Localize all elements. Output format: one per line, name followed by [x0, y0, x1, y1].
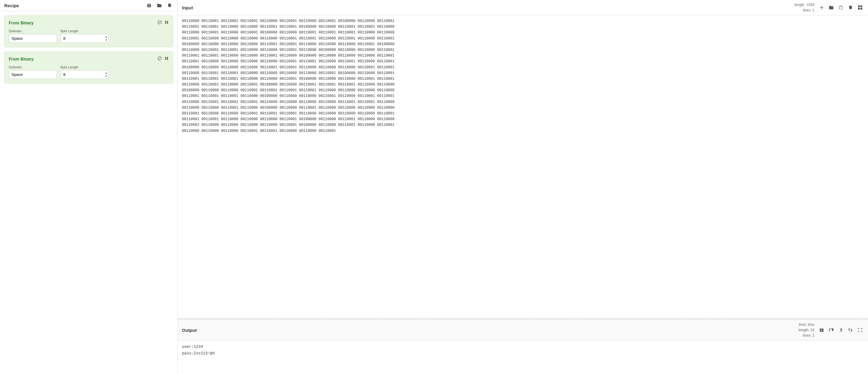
output-body[interactable]: user:1234 pass:Zxc123!@# — [178, 341, 868, 374]
output-header-right: time: 3ms length: 24 lines: 2 — [799, 322, 864, 338]
delimiter-group-2: Delimiter — [9, 65, 57, 79]
output-length-label: length: — [799, 328, 809, 332]
input-lines-value: 1 — [812, 8, 814, 12]
output-save-button[interactable] — [818, 327, 825, 333]
open-button[interactable] — [156, 2, 163, 8]
delete-button[interactable] — [166, 2, 173, 8]
input-icons — [818, 4, 864, 10]
save-button[interactable] — [146, 2, 153, 8]
upload-icon — [838, 328, 843, 333]
input-title: Input — [182, 5, 193, 10]
grid-icon — [858, 5, 863, 10]
delimiter-group-1: Delimiter — [9, 29, 57, 43]
undo-icon — [848, 328, 853, 333]
delimiter-input-2[interactable] — [9, 70, 57, 79]
spinner-btns-2: ▲ ▼ — [104, 71, 108, 78]
svg-rect-2 — [165, 21, 166, 24]
operation-title-1: From Binary — [9, 21, 33, 25]
output-expand-button[interactable] — [857, 327, 864, 333]
byte-length-down-1[interactable]: ▼ — [104, 38, 108, 42]
fields-row-1: Delimiter Byte Length ▲ ▼ — [9, 29, 169, 43]
disable-op1-button[interactable] — [157, 20, 162, 26]
fields-row-2: Delimiter Byte Length ▲ ▼ — [9, 65, 169, 79]
input-header: Input length: 1934 lines: 1 — [178, 0, 868, 15]
operation-header-1: From Binary — [9, 20, 169, 26]
byte-length-input-1[interactable] — [61, 34, 109, 43]
trash-icon — [167, 3, 172, 8]
byte-length-up-2[interactable]: ▲ — [104, 71, 108, 75]
save-icon — [147, 3, 152, 8]
input-open-button[interactable] — [828, 4, 835, 10]
input-paste-button[interactable] — [837, 4, 844, 10]
input-section: Input length: 1934 lines: 1 — [178, 0, 868, 318]
operation-card-2: From Binary — [4, 52, 173, 84]
byte-length-label-1: Byte Length — [61, 29, 109, 33]
byte-length-up-1[interactable]: ▲ — [104, 35, 108, 38]
svg-line-1 — [158, 21, 161, 24]
disable-icon-1 — [157, 20, 162, 25]
byte-length-group-2: Byte Length ▲ ▼ — [61, 65, 109, 79]
spinner-btns-1: ▲ ▼ — [104, 35, 108, 42]
output-content: user:1234 pass:Zxc123!@# — [182, 344, 864, 357]
output-upload-button[interactable] — [837, 327, 844, 333]
recipe-header-icons — [146, 2, 173, 8]
output-title: Output — [182, 328, 197, 333]
input-body[interactable]: 00110000 00110001 00110001 00110001 0011… — [178, 15, 868, 318]
byte-length-down-2[interactable]: ▼ — [104, 75, 108, 78]
pause-icon-1 — [164, 20, 169, 24]
delimiter-input-1[interactable] — [9, 34, 57, 43]
output-section: Output time: 3ms length: 24 lines: 2 — [178, 320, 868, 374]
output-lines-value: 2 — [812, 333, 814, 338]
output-undo-button[interactable] — [847, 327, 854, 333]
input-folder-icon — [829, 5, 834, 10]
byte-length-label-2: Byte Length — [61, 65, 109, 69]
pause-op2-button[interactable] — [164, 56, 169, 62]
recipe-header: Recipe — [0, 0, 177, 11]
operation-card-1: From Binary — [4, 15, 173, 47]
output-time-value: 3ms — [807, 322, 814, 327]
delimiter-label-2: Delimiter — [9, 65, 57, 69]
svg-line-5 — [158, 57, 161, 60]
input-add-button[interactable] — [818, 4, 825, 10]
folder-icon — [157, 3, 162, 8]
operation-controls-1 — [157, 20, 169, 26]
svg-rect-3 — [167, 21, 168, 24]
output-meta: time: 3ms length: 24 lines: 2 — [799, 322, 814, 338]
input-delete-button[interactable] — [847, 4, 854, 10]
byte-length-wrapper-1: ▲ ▼ — [61, 34, 109, 43]
paste-icon — [838, 5, 843, 10]
input-length-value: 1934 — [806, 3, 814, 7]
pause-op1-button[interactable] — [164, 20, 169, 26]
disable-op2-button[interactable] — [157, 56, 162, 62]
output-icons — [818, 327, 864, 333]
output-length-value: 24 — [810, 328, 814, 332]
input-grid-button[interactable] — [857, 4, 864, 10]
copy-icon — [829, 328, 834, 333]
operation-title-2: From Binary — [9, 57, 33, 61]
byte-length-group-1: Byte Length ▲ ▼ — [61, 29, 109, 43]
output-save-icon — [819, 328, 824, 333]
svg-rect-7 — [167, 57, 168, 60]
byte-length-wrapper-2: ▲ ▼ — [61, 70, 109, 79]
delimiter-label-1: Delimiter — [9, 29, 57, 33]
output-copy-button[interactable] — [828, 327, 835, 333]
byte-length-input-2[interactable] — [61, 70, 109, 79]
input-length-label: length: — [795, 3, 805, 7]
disable-icon-2 — [157, 56, 162, 61]
input-header-right: length: 1934 lines: 1 — [795, 2, 864, 13]
expand-icon — [858, 328, 863, 333]
output-header: Output time: 3ms length: 24 lines: 2 — [178, 320, 868, 341]
input-meta: length: 1934 lines: 1 — [795, 2, 814, 13]
input-lines-label: lines: — [803, 8, 811, 12]
operation-header-2: From Binary — [9, 56, 169, 62]
plus-icon — [819, 5, 824, 10]
svg-rect-6 — [165, 57, 166, 60]
recipe-title: Recipe — [4, 3, 19, 8]
recipe-body: From Binary — [0, 11, 177, 374]
output-lines-label: lines: — [803, 333, 811, 338]
input-trash-icon — [848, 5, 853, 10]
right-panel: Input length: 1934 lines: 1 — [178, 0, 868, 374]
left-panel: Recipe From Binary — [0, 0, 178, 374]
operation-controls-2 — [157, 56, 169, 62]
pause-icon-2 — [164, 56, 169, 61]
